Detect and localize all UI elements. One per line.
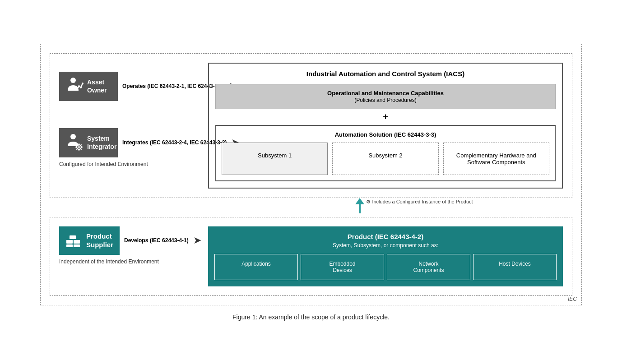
conn-label: ⚙ Includes a Configured Instance of the … xyxy=(366,198,473,205)
svg-point-4 xyxy=(82,83,84,84)
product-supplier-icon xyxy=(65,231,83,250)
svg-point-0 xyxy=(70,78,76,83)
conn-with-label: ⚙ Includes a Configured Instance of the … xyxy=(355,198,473,213)
subsystem-complementary: Complementary Hardware and Software Comp… xyxy=(443,143,549,175)
svg-line-14 xyxy=(81,144,82,145)
component-embedded: EmbeddedDevices xyxy=(301,254,384,280)
product-supplier-box: ProductSupplier xyxy=(59,226,120,255)
system-integrator-icon xyxy=(65,133,84,153)
diagram-container: AssetOwner Operates (IEC 62443-2-1, IEC … xyxy=(40,44,582,305)
op-maint-sub: (Policies and Procedures) xyxy=(354,97,416,103)
svg-point-5 xyxy=(70,134,76,139)
system-integrator-row: SystemIntegrator Integrates (IEC 62443-2… xyxy=(59,128,204,167)
asset-owner-label: AssetOwner xyxy=(87,78,107,94)
plus-sign: + xyxy=(215,112,556,122)
component-network: NetworkComponents xyxy=(387,254,470,280)
between-connector-inner: ⚙ Includes a Configured Instance of the … xyxy=(355,198,473,213)
svg-line-13 xyxy=(81,148,82,149)
op-maint-title: Operational and Maintenance Capabilities xyxy=(327,90,444,97)
product-supplier-arrow: ➤ xyxy=(193,235,201,246)
top-section: AssetOwner Operates (IEC 62443-2-1, IEC … xyxy=(50,53,572,198)
product-panel: Product (IEC 62443-4-2) System, Subsyste… xyxy=(208,226,563,286)
asset-owner-box: AssetOwner xyxy=(59,72,118,101)
product-subtitle: System, Subsystem, or component such as: xyxy=(214,242,557,249)
product-supplier-arrow-label: Develops (IEC 62443-4-1) xyxy=(124,237,189,244)
component-applications: Applications xyxy=(214,254,298,280)
svg-rect-19 xyxy=(66,244,73,247)
conn-arrow-group xyxy=(355,198,364,213)
system-integrator-actor-row: SystemIntegrator Integrates (IEC 62443-2… xyxy=(59,128,204,157)
product-title: Product (IEC 62443-4-2) xyxy=(214,233,557,240)
asset-owner-row: AssetOwner Operates (IEC 62443-2-1, IEC … xyxy=(59,72,204,101)
product-supplier-label: ProductSupplier xyxy=(86,232,113,249)
svg-point-3 xyxy=(80,87,82,88)
product-components: Applications EmbeddedDevices NetworkComp… xyxy=(214,254,557,280)
svg-point-7 xyxy=(78,146,80,148)
component-host: Host Devices xyxy=(473,254,557,280)
product-supplier-row: ProductSupplier Develops (IEC 62443-4-1)… xyxy=(59,226,204,255)
between-connector: ⚙ Includes a Configured Instance of the … xyxy=(50,198,572,217)
system-integrator-box: SystemIntegrator xyxy=(59,128,118,157)
bottom-section: ProductSupplier Develops (IEC 62443-4-1)… xyxy=(50,217,572,296)
conn-line xyxy=(359,204,361,213)
automation-title: Automation Solution (IEC 62443-3-3) xyxy=(222,131,549,138)
bottom-left: ProductSupplier Develops (IEC 62443-4-1)… xyxy=(59,226,204,286)
automation-solution-box: Automation Solution (IEC 62443-3-3) Subs… xyxy=(215,125,556,181)
iacs-title: Industrial Automation and Control System… xyxy=(215,70,556,78)
subsystems-row: Subsystem 1 Subsystem 2 Complementary Ha… xyxy=(222,143,549,175)
svg-rect-20 xyxy=(74,244,80,247)
left-actors: AssetOwner Operates (IEC 62443-2-1, IEC … xyxy=(59,63,204,189)
asset-owner-icon xyxy=(65,76,84,97)
svg-rect-17 xyxy=(74,240,80,244)
conn-up-arrow-head xyxy=(355,198,364,204)
outer-wrapper: AssetOwner Operates (IEC 62443-2-1, IEC … xyxy=(40,44,582,321)
subsystem-2: Subsystem 2 xyxy=(332,143,438,175)
svg-point-1 xyxy=(76,88,78,90)
subsystem-1: Subsystem 1 xyxy=(222,143,328,175)
op-maint-box: Operational and Maintenance Capabilities… xyxy=(215,84,556,109)
svg-rect-16 xyxy=(66,240,73,244)
independent-label: Independent of the Intended Environment xyxy=(59,258,204,265)
system-integrator-label: SystemIntegrator xyxy=(87,134,116,151)
svg-rect-18 xyxy=(70,235,76,239)
svg-line-15 xyxy=(76,148,77,149)
iacs-panel: Industrial Automation and Control System… xyxy=(208,63,563,189)
svg-point-2 xyxy=(78,85,80,87)
configured-label: Configured for Intended Environment xyxy=(59,161,204,167)
figure-caption: Figure 1: An example of the scope of a p… xyxy=(40,313,582,321)
product-supplier-arrow-row: Develops (IEC 62443-4-1) ➤ xyxy=(124,235,204,246)
iec-label: IEC xyxy=(568,296,577,302)
